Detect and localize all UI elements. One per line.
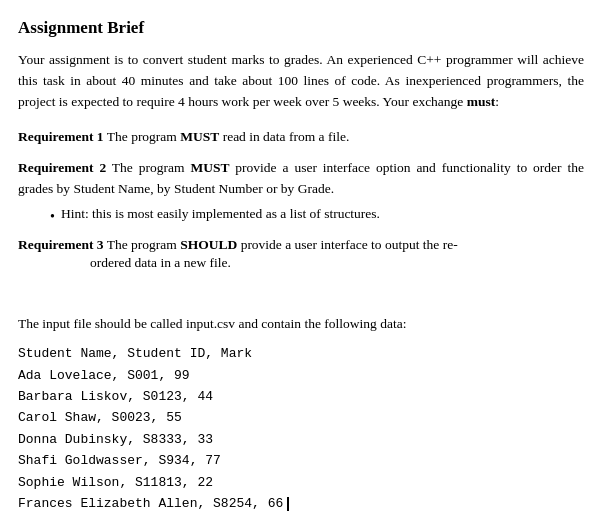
text-cursor-icon <box>287 497 289 511</box>
intro-paragraph: Your assignment is to convert student ma… <box>18 50 584 113</box>
csv-row-2: Barbara Liskov, S0123, 44 <box>18 386 584 407</box>
csv-row-5: Shafi Goldwasser, S934, 77 <box>18 450 584 471</box>
req3-keyword: SHOULD <box>180 237 237 253</box>
input-file-paragraph: The input file should be called input.cs… <box>18 314 584 335</box>
csv-data-block: Student Name, Student ID, Mark Ada Lovel… <box>18 343 584 515</box>
req1-rest: read in data from a file. <box>223 129 350 144</box>
requirement-2-block: Requirement 2 The program MUST provide a… <box>18 158 584 228</box>
intro-text-colon: : <box>495 94 499 109</box>
req1-keyword: MUST <box>180 129 219 144</box>
requirement-1-block: Requirement 1 The program MUST read in d… <box>18 127 584 148</box>
req3-rest-first: provide a user interface to output the r… <box>237 237 457 253</box>
csv-row-7-text: Frances Elizabeth Allen, S8254, 66 <box>18 493 283 514</box>
req3-first-line: Requirement 3 The program SHOULD provide… <box>18 237 584 253</box>
intro-text-before-must: Your assignment is to convert student ma… <box>18 52 584 109</box>
req2-label: Requirement 2 <box>18 160 106 175</box>
csv-row-3: Carol Shaw, S0023, 55 <box>18 407 584 428</box>
req1-label: Requirement 1 <box>18 129 104 144</box>
page-title: Assignment Brief <box>18 18 584 38</box>
csv-row-6: Sophie Wilson, S11813, 22 <box>18 472 584 493</box>
req2-hint-block: • Hint: this is most easily implemented … <box>50 204 584 228</box>
req3-indent-line: ordered data in a new file. <box>90 253 584 274</box>
csv-row-0: Student Name, Student ID, Mark <box>18 343 584 364</box>
req2-hint-text: Hint: this is most easily implemented as… <box>61 204 380 225</box>
requirement-1-line: Requirement 1 The program MUST read in d… <box>18 127 584 148</box>
req2-keyword: MUST <box>190 160 229 175</box>
requirement-2-line: Requirement 2 The program MUST provide a… <box>18 158 584 200</box>
bullet-icon: • <box>50 206 55 228</box>
req1-text: The program <box>107 129 180 144</box>
req2-text: The program <box>112 160 191 175</box>
req2-hint-bullet: • Hint: this is most easily implemented … <box>50 204 584 228</box>
req3-text: The program <box>104 237 181 253</box>
csv-row-4: Donna Dubinsky, S8333, 33 <box>18 429 584 450</box>
spacer <box>18 284 584 314</box>
csv-row-7-with-cursor: Frances Elizabeth Allen, S8254, 66 <box>18 493 584 514</box>
req3-label: Requirement 3 <box>18 237 104 253</box>
csv-row-1: Ada Lovelace, S001, 99 <box>18 365 584 386</box>
intro-must-keyword: must <box>467 94 496 109</box>
requirement-3-block: Requirement 3 The program SHOULD provide… <box>18 237 584 274</box>
